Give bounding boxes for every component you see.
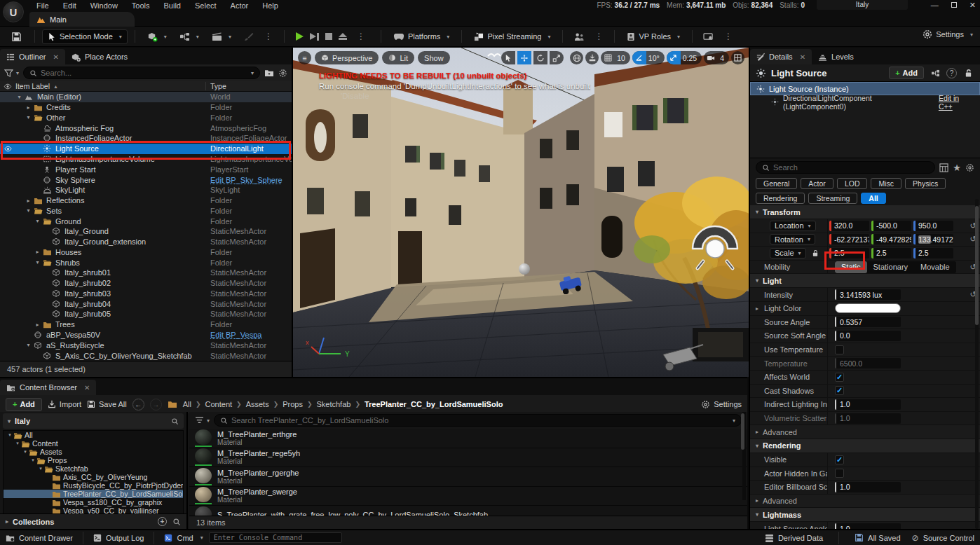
location-z-field[interactable]: 950.0 [913,221,953,231]
grid-snap-control[interactable]: 10 [601,51,630,64]
rotation-snap-control[interactable]: 10° [632,51,665,64]
expand-arrow-icon[interactable]: ▾ [25,207,32,214]
temperature-field[interactable]: 6500.0 [835,358,901,368]
help-icon[interactable]: ? [946,68,957,78]
folder-tree-row[interactable]: ▾Props [4,456,183,464]
rotate-tool[interactable] [533,51,547,64]
show-dropdown[interactable]: Show [418,51,450,64]
minimize-button[interactable]: — [931,1,939,9]
derived-data-button[interactable]: Derived Data [765,534,823,542]
add-actor-dropdown[interactable]: ▾ [142,29,172,44]
breadcrumb-item[interactable]: TreePlanter_CC_by_LordSamueliSolo [365,400,503,408]
breadcrumb-item[interactable]: Content [205,400,233,408]
pixel-streaming-dropdown[interactable]: Pixel Streaming ▾ [469,29,555,44]
folder-tree-row[interactable]: Vespa_ss180_CC_by_graphix [4,498,183,506]
scale-z-field[interactable]: 2.5 [913,248,953,258]
outliner-settings-gear-icon[interactable] [278,69,287,78]
section-header-rendering[interactable]: ▾Rendering [750,439,980,453]
folder-tree-row[interactable]: TreePlanter_CC_by_LordSamueliSolo [4,490,183,498]
asset-filter-chevron[interactable]: ▾ [207,418,210,424]
outliner-search-box[interactable]: ▾ [23,67,260,79]
sources-header[interactable]: ▾ Italy [3,413,184,429]
advanced-expander[interactable]: ▸Advanced [750,495,980,509]
favorites-star-icon[interactable]: ★ [953,163,961,173]
outliner-row[interactable]: ▸TreesFolder [0,319,292,330]
asset-row[interactable]: M_TreePlanter_rgergheMaterial [189,467,747,487]
row-visibility-eye-icon[interactable] [0,146,15,152]
category-pill-actor[interactable]: Actor [801,178,833,189]
move-tool[interactable] [517,51,531,64]
maximize-viewport-icon[interactable] [731,51,744,64]
world-local-toggle-icon[interactable] [570,51,583,64]
breadcrumb-item[interactable]: Assets [246,400,269,408]
new-folder-icon[interactable] [264,69,274,77]
section-header-transform[interactable]: ▾Transform [750,205,980,219]
breadcrumb-item[interactable]: All [183,400,191,408]
outliner-row-type[interactable]: Edit BP_Sky_Sphere [210,176,283,184]
stop-button[interactable] [325,33,332,40]
camera-speed-control[interactable]: 4 [704,51,729,64]
viewport-options-icon[interactable]: ≡ [298,51,311,64]
menu-item-help[interactable]: Help [255,1,285,11]
perspective-dropdown[interactable]: Perspective [315,51,379,64]
outliner-row[interactable]: aBP_Vespa50VEdit BP_Vespa [0,330,292,340]
cmd-dropdown[interactable]: Cmd ▾ [164,534,203,542]
source-soft-angle-field[interactable]: 0.0 [835,331,901,341]
outliner-row[interactable]: ▾GroundFolder [0,216,292,226]
console-command-input[interactable] [209,532,342,543]
details-settings-gear-icon[interactable] [965,163,974,172]
outliner-row[interactable]: ▾OtherFolder [0,113,292,123]
collections-search-icon[interactable] [172,517,181,526]
output-log-button[interactable]: Output Log [93,534,144,542]
category-pill-misc[interactable]: Misc [871,178,901,189]
rotation-dropdown[interactable]: Rotation▾ [770,234,815,244]
vp-roles-dropdown[interactable]: VP Roles ▾ [622,29,685,44]
menu-item-edit[interactable]: Edit [56,1,83,11]
indirect-lighting-inte--field[interactable]: 1.0 [835,399,901,410]
filter-icon[interactable] [4,69,13,77]
use-temperature-checkbox[interactable] [835,345,844,354]
rotation-z-field[interactable]: 133.491723 ° [913,234,953,244]
expand-arrow-icon[interactable]: ▸ [25,198,32,204]
expand-arrow-icon[interactable]: ▾ [25,114,32,120]
tab-outliner[interactable]: Outliner ✕ [0,49,65,64]
menu-item-actor[interactable]: Actor [224,1,256,11]
category-pill-all[interactable]: All [861,193,885,204]
all-saved-button[interactable]: All Saved [855,533,900,542]
visible-checkbox[interactable]: ✓ [835,455,844,464]
expand-arrow-icon[interactable]: ▸ [34,322,41,328]
scale-y-field[interactable]: 2.5 [871,248,911,258]
outliner-row-type[interactable]: Edit BP_Vespa [210,331,261,339]
lit-dropdown[interactable]: Lit [382,51,414,64]
light-color-swatch[interactable] [835,303,901,313]
display-filter-icon[interactable] [939,163,948,172]
rotation-x-field[interactable]: -62.272137 ° [829,234,869,244]
folder-tree-row[interactable]: Axis_CC_by_OliverYeung [4,473,183,481]
skip-button[interactable] [310,33,319,41]
breadcrumb-item[interactable]: Sketchfab [316,400,351,408]
component-row[interactable]: DirectionalLightComponent (LightComponen… [750,95,980,109]
rotation-y-field[interactable]: -49.472829 ° [871,234,911,244]
eject-button[interactable] [339,33,347,40]
location-y-field[interactable]: -500.0 [871,221,911,231]
outliner-row[interactable]: Light SourceDirectionalLight [0,144,292,154]
close-button[interactable]: ✕ [969,1,976,9]
folder-tree-row[interactable]: ▾Sketchfab [4,464,183,473]
cb-settings-button[interactable]: Settings [701,400,742,409]
expand-arrow-icon[interactable]: ▾ [25,342,32,348]
category-pill-lod[interactable]: LOD [837,178,868,189]
toolbar-overflow-dots[interactable]: ⋮ [261,32,277,41]
filter-chevron[interactable]: ▾ [16,70,19,76]
platforms-dropdown[interactable]: Platforms ▾ [388,29,454,44]
mobility-option-static[interactable]: Static [835,261,867,273]
details-search-input[interactable] [773,163,929,172]
expand-arrow-icon[interactable]: ▾ [15,94,23,100]
tab-details[interactable]: Details ✕ [750,49,812,64]
outliner-row[interactable]: ▾ShrubsFolder [0,257,292,268]
outliner-row[interactable]: ▸CreditsFolder [0,102,292,113]
play-options-dots[interactable]: ⋮ [353,32,369,41]
section-header-lightmass[interactable]: ▾Lightmass [750,508,980,522]
section-header-light[interactable]: ▾Light [750,274,980,288]
scale-dropdown[interactable]: Scale▾ [770,248,806,258]
menu-item-file[interactable]: File [29,1,56,11]
